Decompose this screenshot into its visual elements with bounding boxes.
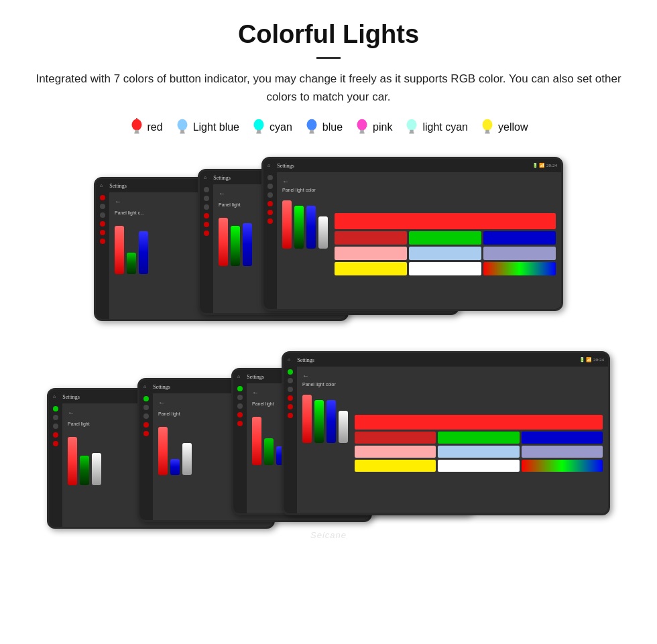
swatches-b4-row2 xyxy=(355,446,603,458)
home-icon-b2: ⌂ xyxy=(143,384,146,389)
sb1-1 xyxy=(53,406,58,411)
settings-label-2: Settings xyxy=(209,171,235,184)
sidebar-b1 xyxy=(49,403,62,527)
page-title: Colorful Lights xyxy=(27,20,630,49)
sliders-section-3: ← Panel light color xyxy=(282,178,328,304)
color-label-cyan: cyan xyxy=(270,121,292,133)
color-label-pink: pink xyxy=(373,121,392,133)
screen-body-3: ← Panel light color xyxy=(263,172,561,309)
screen-body-b4: ← Panel light color xyxy=(284,367,608,513)
page-container: Colorful Lights Integrated with 7 colors… xyxy=(0,0,657,572)
device-bot-4: ⌂ Settings 🔋 📶 20:24 xyxy=(282,351,610,515)
back-arrow-b4: ← xyxy=(302,372,348,379)
sb1-2 xyxy=(53,415,58,420)
colors-row: red Light blue cyan xyxy=(27,118,630,137)
sb3-2 xyxy=(237,395,243,400)
sidebar-dot-5 xyxy=(100,230,105,235)
color-item-pink: pink xyxy=(355,118,392,137)
sb4-5 xyxy=(288,404,293,409)
slider-rb4 xyxy=(302,395,312,443)
svg-rect-9 xyxy=(256,133,261,134)
swatch-big-red xyxy=(335,213,556,229)
color-item-red: red xyxy=(129,118,163,137)
slider-blue-1 xyxy=(139,231,148,274)
slider-wb2 xyxy=(182,443,192,475)
color-label-yellow: yellow xyxy=(498,121,528,133)
screen-content-b4: ⌂ Settings 🔋 📶 20:24 xyxy=(284,353,608,513)
sb1-4 xyxy=(53,432,58,438)
topbar-time-b4: 🔋 📶 20:24 xyxy=(579,357,604,363)
slider-gb1 xyxy=(80,456,89,485)
s3-6 xyxy=(267,218,273,224)
swb4-wh xyxy=(438,460,519,472)
settings-label-1: Settings xyxy=(105,179,131,192)
main-area-3: ← Panel light color xyxy=(277,172,561,309)
sb4-1 xyxy=(288,369,293,375)
sb3-1 xyxy=(237,386,243,391)
sb2-2 xyxy=(143,405,149,410)
sb2-4 xyxy=(143,422,149,428)
bulb-icon-lightcyan xyxy=(404,118,419,137)
sliders-section-b4: ← Panel light color xyxy=(302,372,348,508)
sd-2 xyxy=(204,196,209,201)
screens-wrapper: ⌂ Settings ⊙ ✦ xyxy=(27,157,630,545)
screen-topbar-b4: ⌂ Settings 🔋 📶 20:24 xyxy=(284,353,608,367)
home-icon-b1: ⌂ xyxy=(53,394,56,399)
top-row-devices: ⌂ Settings ⊙ ✦ xyxy=(94,157,563,331)
color-label-blue: blue xyxy=(322,121,343,133)
color-item-blue: blue xyxy=(304,118,343,137)
title-divider xyxy=(316,57,341,59)
sd-1 xyxy=(204,187,209,192)
sidebar-dot-6 xyxy=(100,239,105,244)
slider-rb2 xyxy=(158,427,168,475)
s3-4 xyxy=(267,201,273,206)
home-icon-b4: ⌂ xyxy=(288,357,290,363)
swb4-g1 xyxy=(438,432,519,444)
svg-rect-18 xyxy=(410,133,414,134)
slider-blue-2 xyxy=(243,223,252,266)
panel-label-3: Panel light color xyxy=(282,188,328,192)
sb3-4 xyxy=(237,412,243,417)
screen-topbar-3: ⌂ Settings 🔋 📶 20:24 xyxy=(263,159,561,172)
home-icon-b3: ⌂ xyxy=(237,374,240,379)
sliders-3 xyxy=(282,195,328,249)
sb4-3 xyxy=(288,387,293,392)
slider-white-3 xyxy=(318,216,328,249)
sidebar-1 xyxy=(96,192,109,319)
slider-rb1 xyxy=(68,437,77,485)
s3-2 xyxy=(267,184,273,189)
bulb-icon-lightblue xyxy=(175,118,190,137)
slider-green-1 xyxy=(127,253,136,274)
svg-point-10 xyxy=(306,119,316,131)
screen-content-3: ⌂ Settings 🔋 📶 20:24 xyxy=(263,159,561,309)
slider-rb3 xyxy=(252,417,261,465)
slider-wb4 xyxy=(339,411,348,443)
sb1-5 xyxy=(53,441,58,446)
swb4-rb xyxy=(522,460,603,472)
color-item-yellow: yellow xyxy=(480,118,528,137)
svg-point-19 xyxy=(483,119,493,131)
sidebar-b4 xyxy=(284,367,297,513)
sd-3 xyxy=(204,204,209,210)
s3-3 xyxy=(267,192,273,198)
sidebar-3 xyxy=(263,172,277,309)
sb3-5 xyxy=(237,421,243,426)
slider-red-2 xyxy=(219,218,228,266)
sidebar-2 xyxy=(200,184,213,313)
slider-bb4 xyxy=(326,400,336,443)
bulb-icon-cyan xyxy=(251,118,266,137)
svg-point-4 xyxy=(177,119,187,131)
slider-red-3 xyxy=(282,200,292,249)
slider-blue-3 xyxy=(306,206,316,249)
swatches-b4-row3 xyxy=(355,460,603,472)
sb4-2 xyxy=(288,378,293,383)
svg-point-13 xyxy=(357,119,367,131)
settings-label-3: Settings xyxy=(273,159,298,172)
svg-point-16 xyxy=(407,119,417,131)
color-label-lightcyan: light cyan xyxy=(422,121,468,133)
main-area-b4: ← Panel light color xyxy=(297,367,608,513)
s3-5 xyxy=(267,210,273,215)
svg-rect-6 xyxy=(180,133,184,134)
svg-rect-15 xyxy=(359,133,364,134)
svg-point-7 xyxy=(254,119,264,131)
